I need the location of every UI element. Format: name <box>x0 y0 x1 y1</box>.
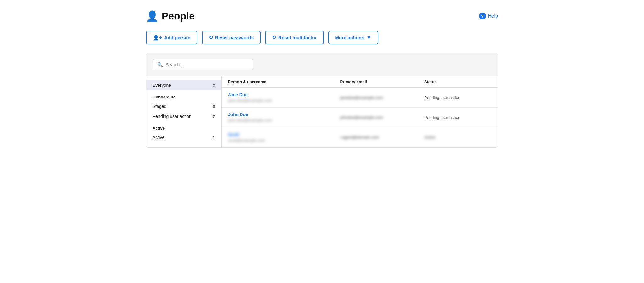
reset-multifactor-button[interactable]: ↻ Reset multifactor <box>265 31 324 44</box>
table-header-row: Person & username Primary email Status <box>222 76 498 88</box>
col-header-email: Primary email <box>340 80 424 84</box>
sidebar-staged-count: 0 <box>213 104 215 109</box>
person-cell: Scott scott@example.com <box>228 132 340 143</box>
email-primary: janedoe@example.com <box>340 95 383 100</box>
sidebar-item-active[interactable]: Active 1 <box>146 132 221 142</box>
person-name-link[interactable]: Jane Doe <box>228 92 340 97</box>
sidebar-pending-count: 2 <box>213 114 215 119</box>
sidebar-staged-label: Staged <box>153 104 166 109</box>
sidebar-active-label: Active <box>153 135 164 140</box>
search-input-wrapper[interactable]: 🔍 <box>153 59 253 70</box>
main-content: Everyone 3 Onboarding Staged 0 Pending u… <box>146 76 498 147</box>
person-username: scott@example.com <box>228 138 340 143</box>
person-username: jane.doe@example.com <box>228 98 340 103</box>
table-area: Person & username Primary email Status J… <box>222 76 498 147</box>
add-person-icon: 👤+ <box>153 35 162 41</box>
table-row: Scott scott@example.com r.agent@domain.c… <box>222 127 498 147</box>
status-cell: Pending user action <box>424 95 491 100</box>
more-actions-label: More actions <box>335 35 364 40</box>
add-person-button[interactable]: 👤+ Add person <box>146 31 197 44</box>
table-row: Jane Doe jane.doe@example.com janedoe@ex… <box>222 88 498 108</box>
sidebar-active-count: 1 <box>213 135 215 140</box>
email-primary: r.agent@domain.com <box>340 135 379 140</box>
add-person-label: Add person <box>164 35 190 40</box>
email-cell: janedoe@example.com <box>340 95 424 100</box>
sidebar-item-everyone[interactable]: Everyone 3 <box>146 80 221 90</box>
page-header: 👤 People ? Help <box>146 10 498 22</box>
person-cell: John Doe john.doe@example.com <box>228 112 340 123</box>
reset-passwords-label: Reset passwords <box>215 35 254 40</box>
col-header-status: Status <box>424 80 491 84</box>
help-link[interactable]: ? Help <box>479 13 498 19</box>
reset-multifactor-label: Reset multifactor <box>278 35 317 40</box>
search-icon: 🔍 <box>157 62 163 68</box>
reset-multifactor-icon: ↻ <box>272 35 276 41</box>
person-name-blurred: Scott <box>228 132 239 137</box>
toolbar: 👤+ Add person ↻ Reset passwords ↻ Reset … <box>146 31 498 44</box>
page-title: People <box>162 10 195 22</box>
sidebar: Everyone 3 Onboarding Staged 0 Pending u… <box>146 76 222 147</box>
status-cell: Active <box>424 135 491 140</box>
email-primary: johndoe@example.com <box>340 115 383 120</box>
sidebar-item-staged[interactable]: Staged 0 <box>146 101 221 111</box>
reset-passwords-button[interactable]: ↻ Reset passwords <box>202 31 261 44</box>
col-header-person: Person & username <box>228 80 340 84</box>
sidebar-item-pending[interactable]: Pending user action 2 <box>146 111 221 121</box>
page-wrapper: 👤 People ? Help 👤+ Add person ↻ Reset pa… <box>133 0 511 158</box>
search-bar: 🔍 <box>146 53 498 76</box>
person-name-link[interactable]: John Doe <box>228 112 340 117</box>
page-title-group: 👤 People <box>146 10 195 22</box>
person-username: john.doe@example.com <box>228 118 340 123</box>
more-actions-button[interactable]: More actions ▼ <box>328 31 378 44</box>
email-cell: r.agent@domain.com <box>340 135 424 140</box>
reset-passwords-icon: ↻ <box>209 35 213 41</box>
sidebar-active-header: Active <box>146 121 221 132</box>
sidebar-pending-label: Pending user action <box>153 114 192 119</box>
status-blurred: Active <box>424 135 435 140</box>
sidebar-onboarding-header: Onboarding <box>146 90 221 101</box>
person-cell: Jane Doe jane.doe@example.com <box>228 92 340 103</box>
help-icon: ? <box>479 13 486 19</box>
search-input[interactable] <box>166 62 248 67</box>
help-label: Help <box>488 13 498 19</box>
email-cell: johndoe@example.com <box>340 115 424 120</box>
table-row: John Doe john.doe@example.com johndoe@ex… <box>222 108 498 127</box>
people-icon: 👤 <box>146 10 158 22</box>
status-cell: Pending user action <box>424 115 491 120</box>
sidebar-everyone-count: 3 <box>213 83 215 88</box>
content-panel: 🔍 Everyone 3 Onboarding Staged 0 Pending… <box>146 53 498 148</box>
chevron-down-icon: ▼ <box>366 35 371 41</box>
sidebar-everyone-label: Everyone <box>153 83 171 88</box>
